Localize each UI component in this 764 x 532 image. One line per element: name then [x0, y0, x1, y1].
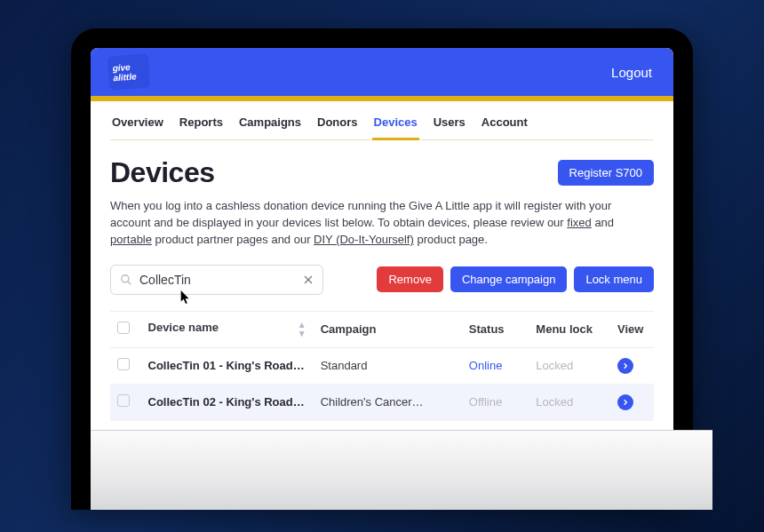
sort-icon[interactable]: ▲▼ [298, 321, 306, 338]
search-box[interactable] [110, 265, 323, 295]
page-title: Devices [110, 156, 214, 189]
svg-line-1 [128, 282, 131, 284]
link-fixed[interactable]: fixed [567, 216, 591, 229]
intro-text: When you log into a cashless donation de… [110, 198, 654, 249]
search-icon [120, 274, 132, 286]
top-bar: give alittle Logout [91, 48, 673, 96]
tab-account[interactable]: Account [480, 110, 529, 140]
clear-icon[interactable] [303, 274, 314, 285]
content: Overview Reports Campaigns Donors Device… [91, 101, 673, 430]
cursor-icon [180, 290, 191, 305]
cell-campaign: Standard [314, 347, 462, 384]
table-header-row: Device name▲▼ Campaign Status Menu lock … [110, 311, 654, 347]
th-device-name[interactable]: Device name [148, 321, 219, 334]
link-diy[interactable]: DIY (Do-It-Yourself) [314, 233, 414, 246]
tab-devices[interactable]: Devices [372, 110, 419, 140]
intro-part1: When you log into a cashless donation de… [110, 199, 611, 229]
remove-button[interactable]: Remove [377, 266, 442, 292]
cell-device-name: CollecTin 01 - King's Road… [141, 347, 314, 384]
tab-users[interactable]: Users [432, 110, 467, 140]
cell-device-name: CollecTin 03 - Liverpool Rd… [141, 420, 314, 430]
cell-status: Online [462, 420, 529, 430]
table-row: CollecTin 03 - Liverpool Rd… Summer camp… [110, 420, 654, 430]
lock-menu-button[interactable]: Lock menu [574, 266, 654, 292]
svg-point-0 [122, 274, 129, 282]
devices-table: Device name▲▼ Campaign Status Menu lock … [110, 311, 654, 430]
intro-and: and [592, 216, 614, 229]
cell-menu-lock: Locked [529, 384, 610, 420]
tab-overview[interactable]: Overview [110, 110, 165, 140]
tab-reports[interactable]: Reports [178, 110, 225, 140]
table-row: CollecTin 01 - King's Road… Standard Onl… [110, 347, 654, 384]
cell-campaign: Summer campaign [314, 420, 462, 430]
page-header: Devices Register S700 [110, 156, 654, 189]
tab-campaigns[interactable]: Campaigns [237, 110, 303, 140]
cell-status: Offline [462, 384, 529, 420]
cell-status: Online [462, 347, 529, 384]
toolbar: Remove Change campaign Lock menu [110, 265, 654, 295]
view-button[interactable] [617, 358, 633, 374]
th-campaign[interactable]: Campaign [314, 311, 462, 347]
row-checkbox[interactable] [117, 394, 130, 407]
screen: give alittle Logout Overview Reports Cam… [91, 48, 673, 430]
th-status[interactable]: Status [462, 311, 529, 347]
link-portable[interactable]: portable [110, 233, 152, 246]
cell-campaign: Children's Cancer… [314, 384, 462, 420]
select-all-checkbox[interactable] [117, 322, 130, 334]
cell-menu-lock: Locked [529, 347, 610, 384]
change-campaign-button[interactable]: Change campaign [450, 266, 568, 292]
logout-link[interactable]: Logout [611, 65, 652, 80]
monitor-frame: give alittle Logout Overview Reports Cam… [71, 28, 693, 510]
th-menu-lock[interactable]: Menu lock [529, 311, 610, 347]
row-checkbox[interactable] [117, 358, 130, 370]
th-view: View [610, 311, 654, 347]
tab-donors[interactable]: Donors [315, 110, 360, 140]
view-button[interactable] [617, 394, 633, 410]
table-row: CollecTin 02 - King's Road… Children's C… [110, 384, 654, 420]
brand-logo[interactable]: give alittle [107, 53, 151, 90]
cell-device-name: CollecTin 02 - King's Road… [141, 384, 314, 420]
brand-line2: alittle [113, 71, 146, 83]
register-button[interactable]: Register S700 [558, 160, 654, 186]
search-input[interactable] [139, 273, 296, 287]
intro-after: product page. [414, 233, 488, 246]
monitor-chin [91, 430, 712, 510]
nav-tabs: Overview Reports Campaigns Donors Device… [110, 101, 654, 140]
cell-menu-lock: Unlocked [529, 420, 610, 430]
intro-mid: product partner pages and our [152, 233, 314, 246]
table-body: CollecTin 01 - King's Road… Standard Onl… [110, 347, 654, 430]
